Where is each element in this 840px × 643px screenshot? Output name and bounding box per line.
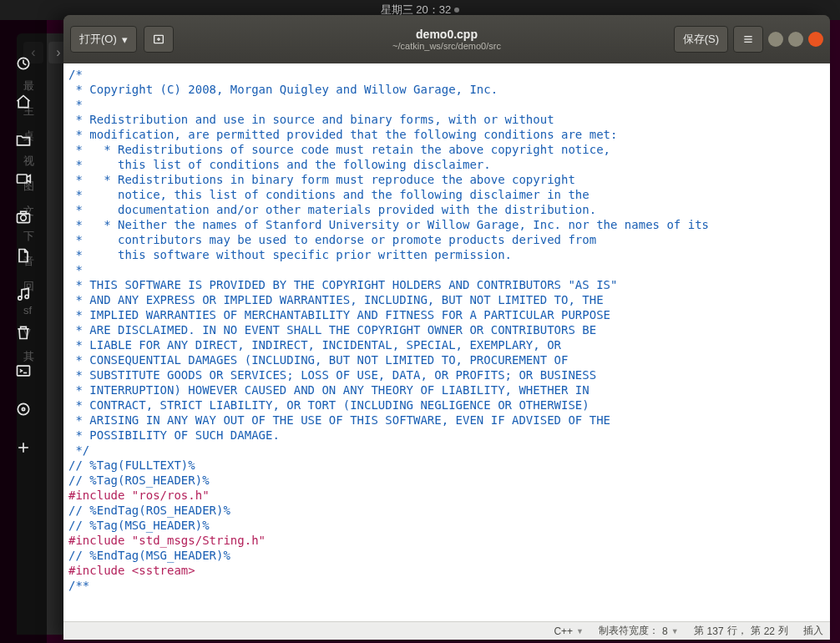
code-line: * THIS SOFTWARE IS PROVIDED BY THE COPYR… [68,277,825,292]
code-line: * contributors may be used to endorse or… [68,232,825,247]
open-button-label: 打开(O) [79,32,117,47]
code-line: * documentation and/or other materials p… [68,202,825,217]
code-line: // %Tag(MSG_HEADER)% [68,518,825,533]
window-close-button[interactable] [808,32,823,47]
gedit-window: 打开(O) ▾ demo0.cpp ~/catkin_ws/src/demo0/… [63,15,830,640]
status-insertmode[interactable]: 插入 [803,624,823,638]
code-line: // %Tag(ROS_HEADER)% [68,473,825,488]
activities-icon[interactable] [13,53,33,73]
code-line: * ARISING IN ANY WAY OUT OF THE USE OF T… [68,413,825,428]
headerbar: 打开(O) ▾ demo0.cpp ~/catkin_ws/src/demo0/… [63,15,830,63]
camera-icon[interactable] [13,207,33,227]
add-icon[interactable] [13,438,33,458]
disc-icon[interactable] [13,399,33,419]
code-line: * this list of conditions and the follow… [68,157,825,172]
code-line: * LIABLE FOR ANY DIRECT, INDIRECT, INCID… [68,337,825,352]
trash-icon[interactable] [13,322,33,342]
save-button-label: 保存(S) [683,32,719,47]
code-line: * modification, are permitted provided t… [68,127,825,142]
svg-rect-9 [18,366,30,376]
code-line: * IMPLIED WARRANTIES OF MERCHANTABILITY … [68,307,825,322]
code-line: * * Redistributions of source code must … [68,142,825,157]
code-line: * [68,97,825,112]
code-line: * AND ANY EXPRESS OR IMPLIED WARRANTIES,… [68,292,825,307]
clock-dot-icon [454,8,459,13]
code-line: // %Tag(FULLTEXT)% [68,458,825,473]
new-tab-button[interactable] [144,26,174,53]
code-line: * POSSIBILITY OF SUCH DAMAGE. [68,428,825,443]
code-line: */ [68,443,825,458]
window-minimize-button[interactable] [768,32,783,47]
code-line: * Copyright (C) 2008, Morgan Quigley and… [68,82,825,97]
save-button[interactable]: 保存(S) [674,26,728,53]
status-tabwidth[interactable]: 制表符宽度： 8▼ [599,624,679,638]
chevron-down-icon: ▼ [671,627,679,635]
svg-point-11 [18,403,28,414]
terminal-icon[interactable] [13,361,33,381]
status-bar: C++▼ 制表符宽度： 8▼ 第 137 行， 第 22 列 插入 [63,621,830,640]
status-lang[interactable]: C++▼ [554,625,584,637]
code-line: * CONTRACT, STRICT LIABILITY, OR TORT (I… [68,397,825,413]
music-icon[interactable] [13,284,33,304]
code-line: // %EndTag(MSG_HEADER)% [68,548,825,563]
files-icon[interactable] [13,130,33,150]
code-line: * this software without specific prior w… [68,247,825,262]
video-icon[interactable] [13,169,33,189]
code-line: * SUBSTITUTE GOODS OR SERVICES; LOSS OF … [68,367,825,382]
svg-point-12 [22,408,24,410]
code-line: #include "std_msgs/String.h" [68,533,825,548]
code-line: /** [68,578,825,593]
hamburger-icon [741,33,755,46]
code-line: #include <sstream> [68,563,825,578]
home-icon[interactable] [13,92,33,112]
code-line: #include "ros/ros.h" [68,488,825,503]
code-line: * * Neither the names of Stanford Univer… [68,217,825,232]
document-icon[interactable] [13,246,33,266]
status-cursor: 第 137 行， 第 22 列 [694,624,788,638]
code-line: * ARE DISCLAIMED. IN NO EVENT SHALL THE … [68,322,825,337]
code-line: * CONSEQUENTIAL DAMAGES (INCLUDING, BUT … [68,352,825,367]
hamburger-menu-button[interactable] [733,26,763,53]
svg-rect-3 [18,175,28,183]
code-line: * [68,262,825,277]
svg-point-5 [21,215,27,221]
chevron-down-icon: ▾ [122,33,128,46]
editor-text-area[interactable]: /* * Copyright (C) 2008, Morgan Quigley … [63,63,830,621]
code-line: * * Redistributions in binary form must … [68,172,825,187]
code-line: * notice, this list of conditions and th… [68,187,825,202]
new-tab-icon [152,33,165,46]
svg-rect-6 [21,211,27,214]
code-line: * INTERRUPTION) HOWEVER CAUSED AND ON AN… [68,382,825,397]
code-line: /* [68,67,825,82]
window-maximize-button[interactable] [788,32,803,47]
chevron-down-icon: ▼ [576,627,584,635]
ubuntu-dock [0,20,47,643]
code-line: * Redistribution and use in source and b… [68,112,825,127]
open-button[interactable]: 打开(O) ▾ [70,26,137,53]
code-line: // %EndTag(ROS_HEADER)% [68,503,825,518]
svg-line-2 [23,63,26,65]
code-content: /* * Copyright (C) 2008, Morgan Quigley … [68,67,825,593]
